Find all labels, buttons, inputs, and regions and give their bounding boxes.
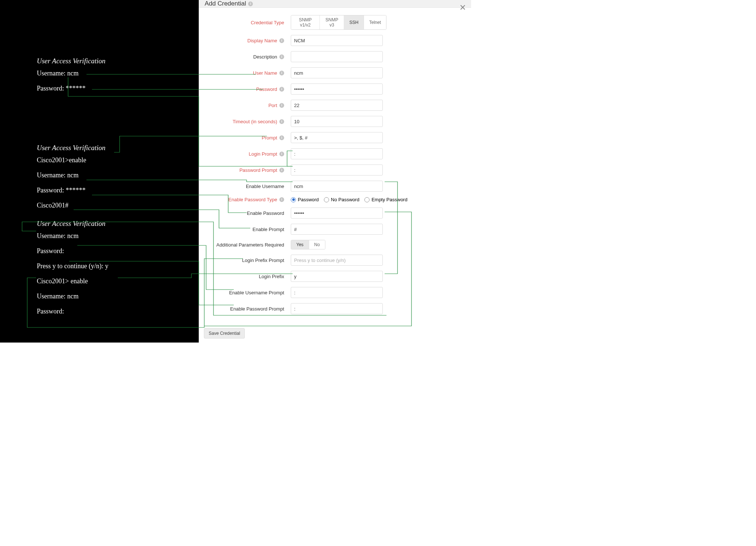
enable-username-input[interactable] <box>291 181 383 192</box>
info-icon[interactable]: i <box>279 152 284 156</box>
seg-snmp-v1v2[interactable]: SNMP v1/v2 <box>291 15 320 29</box>
info-icon[interactable]: i <box>279 168 284 173</box>
display-name-input[interactable] <box>291 35 383 46</box>
dialog-footer: Save Credential <box>199 323 471 343</box>
terminal-pane: User Access Verification Username: ncm P… <box>0 0 199 343</box>
info-icon[interactable]: i <box>279 135 284 140</box>
user-name-input[interactable] <box>291 67 383 78</box>
enable-username-prompt-input[interactable] <box>291 287 383 298</box>
password-prompt-input[interactable] <box>291 164 383 176</box>
info-icon[interactable]: i <box>279 38 284 43</box>
enable-prompt-label: Enable Prompt <box>199 227 291 232</box>
login-prefix-prompt-label: Login Prefix Prompt <box>199 258 291 263</box>
prompt-label: Prompt i <box>199 135 291 141</box>
timeout-label: Timeout (in seconds) i <box>199 119 291 124</box>
description-input[interactable] <box>291 51 383 62</box>
prompt-input[interactable] <box>291 132 383 143</box>
radio-no-password-label: No Password <box>331 197 359 202</box>
credential-type-label: Credential Type <box>199 20 291 25</box>
terminal-line-username-2: Username: ncm <box>37 171 199 179</box>
additional-params-label: Additional Parameters Required <box>199 242 291 248</box>
terminal-heading-2: User Access Verification <box>37 144 199 152</box>
dialog-title: Add Credential <box>205 0 246 7</box>
terminal-line-enable-cmd-2: Cisco2001> enable <box>37 277 199 285</box>
enable-username-prompt-label: Enable Username Prompt <box>199 290 291 295</box>
login-prefix-label: Login Prefix <box>199 274 291 279</box>
radio-empty-password[interactable]: Empty Password <box>364 197 407 202</box>
enable-username-label: Enable Username <box>199 184 291 189</box>
info-icon[interactable]: i <box>279 87 284 92</box>
credential-type-segmented[interactable]: SNMP v1/v2 SNMP v3 SSH Telnet <box>291 15 386 30</box>
timeout-input[interactable] <box>291 116 383 127</box>
port-input[interactable] <box>291 100 383 111</box>
terminal-line-password-4: Password: <box>37 308 199 315</box>
terminal-line-username-1: Username: ncm <box>37 70 199 77</box>
enable-password-prompt-input[interactable] <box>291 303 383 314</box>
enable-prompt-input[interactable] <box>291 224 383 235</box>
login-prompt-input[interactable] <box>291 148 383 159</box>
enable-password-input[interactable] <box>291 208 383 219</box>
seg-yes[interactable]: Yes <box>291 240 309 249</box>
enable-password-prompt-label: Enable Password Prompt <box>199 306 291 312</box>
form-body: Credential Type SNMP v1/v2 SNMP v3 SSH T… <box>199 8 471 323</box>
radio-empty-password-label: Empty Password <box>371 197 407 202</box>
radio-no-password[interactable]: No Password <box>324 197 359 202</box>
terminal-line-priv-prompt: Cisco2001# <box>37 202 199 209</box>
info-icon[interactable]: i <box>279 103 284 108</box>
info-icon[interactable]: i <box>279 119 284 124</box>
terminal-heading-1: User Access Verification <box>37 57 199 65</box>
enable-password-label: Enable Password <box>199 210 291 216</box>
login-prompt-label: Login Prompt i <box>199 151 291 157</box>
info-icon[interactable]: i <box>279 54 284 59</box>
port-label: Port i <box>199 103 291 108</box>
terminal-line-password-2: Password: ****** <box>37 187 199 194</box>
description-label: Description i <box>199 54 291 60</box>
info-icon[interactable]: i <box>248 1 253 6</box>
enable-password-type-label: Enable Password Type i <box>199 197 291 202</box>
seg-no[interactable]: No <box>309 240 325 249</box>
close-icon[interactable]: ✕ <box>459 4 466 12</box>
form-pane: Add Credential i ✕ Credential Type SNMP … <box>199 0 471 343</box>
terminal-line-username-3: Username: ncm <box>37 232 199 240</box>
info-icon[interactable]: i <box>279 71 284 75</box>
password-input[interactable] <box>291 84 383 95</box>
password-label: Password i <box>199 86 291 92</box>
additional-params-segmented[interactable]: Yes No <box>291 240 325 249</box>
terminal-line-username-4: Username: ncm <box>37 292 199 300</box>
dialog-header: Add Credential i ✕ <box>199 0 471 8</box>
save-credential-button[interactable]: Save Credential <box>204 328 245 338</box>
seg-snmp-v3[interactable]: SNMP v3 <box>320 15 344 29</box>
login-prefix-prompt-input[interactable] <box>291 255 383 266</box>
radio-password[interactable]: Password <box>291 197 319 202</box>
info-icon[interactable]: i <box>279 197 284 202</box>
radio-password-label: Password <box>298 197 319 202</box>
user-name-label: User Name i <box>199 70 291 76</box>
seg-ssh[interactable]: SSH <box>344 15 364 29</box>
seg-telnet[interactable]: Telnet <box>364 15 386 29</box>
terminal-line-enable-cmd: Cisco2001>enable <box>37 156 199 164</box>
password-prompt-label: Password Prompt i <box>199 167 291 173</box>
login-prefix-input[interactable] <box>291 271 383 282</box>
terminal-line-password-1: Password: ****** <box>37 85 199 92</box>
terminal-heading-3: User Access Verification <box>37 220 199 228</box>
display-name-label: Display Name i <box>199 38 291 43</box>
terminal-line-password-3: Password: <box>37 247 199 255</box>
terminal-line-prefix-prompt: Press y to continue (y/n): y <box>37 262 199 270</box>
